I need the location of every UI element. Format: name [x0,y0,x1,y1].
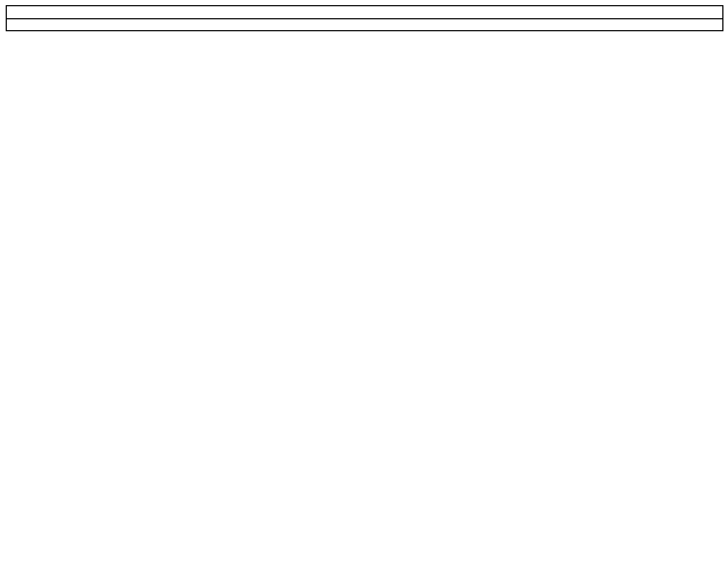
legend-line-td2m [8,209,58,210]
legend-line-t850 [8,235,58,237]
legend-line-t2m [8,182,58,184]
legend-line-t500 [8,288,58,289]
legend-line-t700 [8,262,58,264]
meteogram-page [0,0,728,582]
meteogram-chart [0,0,728,582]
